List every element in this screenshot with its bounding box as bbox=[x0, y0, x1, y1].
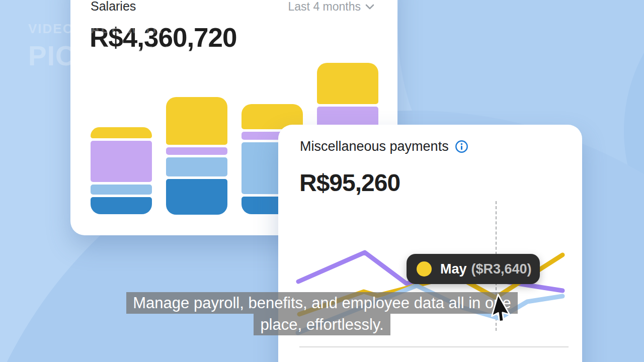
bar-segment-yellow bbox=[317, 63, 378, 104]
salaries-card-title: Salaries bbox=[91, 0, 136, 14]
caption-line1: Manage payroll, benefits, and employee d… bbox=[126, 292, 517, 314]
bar-segment-darkblue bbox=[166, 179, 227, 215]
chart-divider bbox=[299, 346, 569, 347]
bar-segment-purple bbox=[166, 147, 227, 155]
bar-segment-yellow bbox=[91, 127, 152, 138]
tooltip-value: ($R3,640) bbox=[471, 261, 532, 277]
stacked-bar bbox=[166, 97, 227, 215]
chevron-down-icon bbox=[365, 4, 374, 10]
bar-segment-purple bbox=[91, 141, 152, 182]
bar-segment-lightblue bbox=[166, 157, 227, 176]
salaries-total-amount: R$4,360,720 bbox=[90, 22, 237, 53]
tooltip-month: May bbox=[440, 261, 467, 277]
video-caption: Manage payroll, benefits, and employee d… bbox=[0, 292, 644, 335]
bar-segment-darkblue bbox=[91, 197, 152, 214]
caption-line2: place, effortlessly. bbox=[254, 314, 390, 335]
tooltip-series-dot bbox=[417, 261, 432, 277]
stacked-bar bbox=[91, 127, 152, 214]
period-dropdown-label: Last 4 months bbox=[288, 0, 361, 14]
bar-segment-lightblue bbox=[91, 185, 152, 195]
period-dropdown[interactable]: Last 4 months bbox=[288, 0, 374, 14]
chart-tooltip: May ($R3,640) bbox=[407, 254, 540, 284]
bar-segment-yellow bbox=[166, 97, 227, 145]
